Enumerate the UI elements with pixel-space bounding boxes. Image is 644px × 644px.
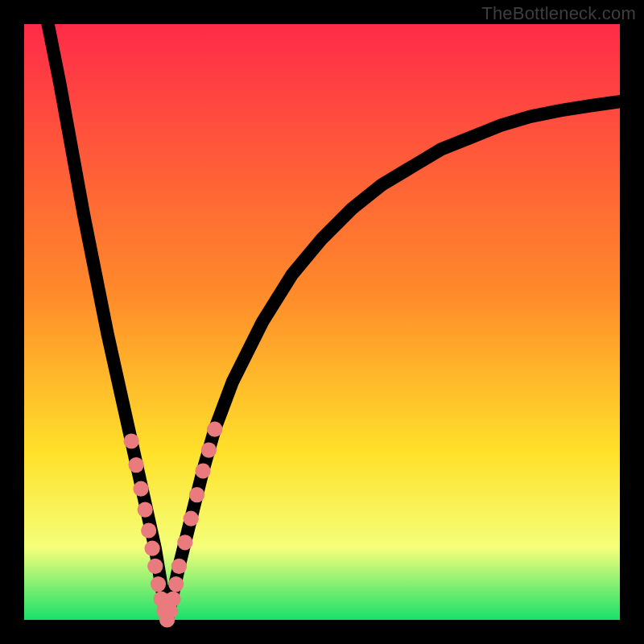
marker-dot	[184, 511, 199, 526]
marker-dot	[133, 481, 148, 497]
marker-dot	[151, 576, 166, 592]
marker-dot	[177, 535, 192, 550]
bottleneck-curve	[48, 24, 620, 620]
marker-dot	[195, 463, 210, 478]
marker-dot	[165, 591, 180, 606]
marker-dot	[144, 541, 159, 556]
marker-dot	[189, 487, 204, 502]
marker-dot	[129, 457, 144, 473]
chart-frame: TheBottleneck.com	[0, 0, 644, 644]
marker-dot	[124, 433, 139, 448]
marker-dot	[147, 559, 163, 574]
watermark-text: TheBottleneck.com	[481, 3, 636, 24]
bottleneck-curve-svg	[24, 24, 620, 620]
marker-dot	[168, 576, 184, 592]
marker-dot	[138, 502, 153, 517]
plot-area	[24, 24, 620, 620]
marker-dot	[141, 522, 156, 538]
marker-dot	[201, 442, 217, 457]
marker-dot	[171, 559, 187, 574]
marker-dot	[207, 422, 222, 437]
